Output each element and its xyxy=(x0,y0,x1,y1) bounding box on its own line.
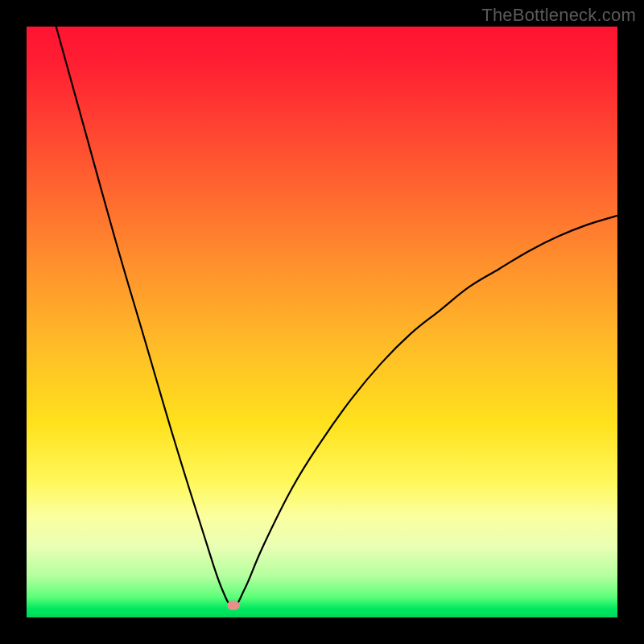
plot-area xyxy=(27,27,617,617)
optimum-marker xyxy=(227,601,240,610)
watermark-text: TheBottleneck.com xyxy=(481,5,636,26)
bottleneck-curve xyxy=(27,27,617,617)
curve-path xyxy=(56,27,617,605)
chart-container: TheBottleneck.com xyxy=(0,0,644,644)
